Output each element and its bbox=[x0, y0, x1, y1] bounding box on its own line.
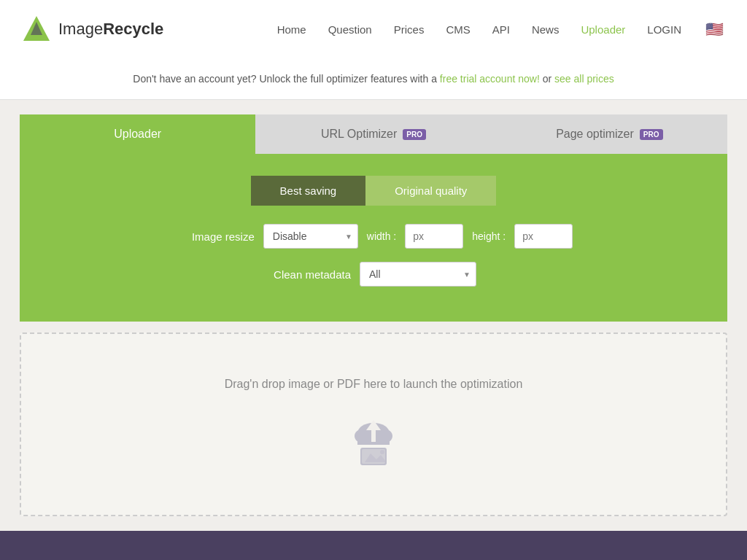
tab-uploader-label: Uploader bbox=[114, 128, 161, 141]
metadata-select-wrapper: All None EXIF IPTC XMP bbox=[360, 262, 476, 287]
quality-toggle: Best saving Original quality bbox=[49, 176, 698, 206]
upload-icon bbox=[344, 413, 403, 471]
nav-cms[interactable]: CMS bbox=[446, 23, 470, 36]
height-label: height : bbox=[472, 230, 506, 242]
tab-page-optimizer[interactable]: Page optimizer PRO bbox=[492, 114, 727, 154]
nav-news[interactable]: News bbox=[532, 23, 560, 36]
logo-text: ImageRecycle bbox=[58, 20, 163, 39]
nav-question[interactable]: Question bbox=[328, 23, 372, 36]
resize-select[interactable]: Disable Custom Max width Max height bbox=[263, 224, 358, 249]
url-optimizer-pro-badge: PRO bbox=[403, 129, 426, 140]
nav-home[interactable]: Home bbox=[277, 23, 306, 36]
logo-light-text: Image bbox=[58, 20, 103, 38]
main-nav: Home Question Prices CMS API News Upload… bbox=[277, 18, 725, 40]
nav-prices[interactable]: Prices bbox=[394, 23, 425, 36]
width-label: width : bbox=[367, 230, 396, 242]
options-panel: Best saving Original quality Image resiz… bbox=[20, 154, 727, 322]
original-quality-button[interactable]: Original quality bbox=[365, 176, 496, 206]
height-input[interactable] bbox=[514, 224, 573, 249]
image-resize-row: Image resize Disable Custom Max width Ma… bbox=[49, 224, 698, 249]
image-resize-label: Image resize bbox=[174, 230, 255, 243]
clean-metadata-row: Clean metadata All None EXIF IPTC XMP bbox=[49, 262, 698, 287]
logo-bold-text: Recycle bbox=[103, 20, 163, 38]
clean-metadata-label: Clean metadata bbox=[271, 268, 351, 281]
tab-uploader[interactable]: Uploader bbox=[20, 114, 255, 154]
tab-url-optimizer-label: URL Optimizer bbox=[321, 128, 397, 141]
main-content: Uploader URL Optimizer PRO Page optimize… bbox=[9, 100, 738, 531]
nav-login[interactable]: LOGIN bbox=[647, 23, 681, 36]
tab-page-optimizer-label: Page optimizer bbox=[556, 128, 634, 141]
footer bbox=[0, 531, 747, 560]
tab-url-optimizer[interactable]: URL Optimizer PRO bbox=[255, 114, 491, 154]
metadata-select[interactable]: All None EXIF IPTC XMP bbox=[360, 262, 476, 287]
logo[interactable]: ImageRecycle bbox=[22, 15, 163, 44]
drop-zone[interactable]: Drag'n drop image or PDF here to launch … bbox=[20, 332, 727, 516]
resize-select-wrapper: Disable Custom Max width Max height bbox=[263, 224, 358, 249]
best-saving-button[interactable]: Best saving bbox=[251, 176, 366, 206]
logo-icon bbox=[22, 15, 51, 44]
promo-banner: Don't have an account yet? Unlock the fu… bbox=[0, 58, 747, 100]
nav-uploader[interactable]: Uploader bbox=[581, 23, 625, 36]
drop-zone-text: Drag'n drop image or PDF here to launch … bbox=[225, 378, 523, 391]
language-flag[interactable]: 🇺🇸 bbox=[703, 18, 725, 40]
banner-text-before: Don't have an account yet? Unlock the fu… bbox=[133, 73, 440, 85]
free-trial-link[interactable]: free trial account now! bbox=[440, 73, 540, 85]
see-prices-link[interactable]: see all prices bbox=[554, 73, 614, 85]
svg-point-12 bbox=[380, 450, 384, 454]
tabs-container: Uploader URL Optimizer PRO Page optimize… bbox=[20, 114, 727, 154]
nav-api[interactable]: API bbox=[492, 23, 510, 36]
banner-text-middle: or bbox=[543, 73, 554, 85]
header: ImageRecycle Home Question Prices CMS AP… bbox=[0, 0, 747, 58]
page-optimizer-pro-badge: PRO bbox=[640, 129, 663, 140]
width-input[interactable] bbox=[405, 224, 463, 249]
